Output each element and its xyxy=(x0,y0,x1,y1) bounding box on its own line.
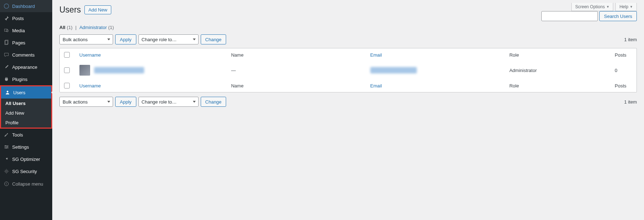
sidebar-label: Appearance xyxy=(12,64,37,70)
change-role-select-bottom[interactable]: Change role to… xyxy=(138,97,199,107)
sidebar-users-highlight: Users xyxy=(0,85,52,99)
col-name: Name xyxy=(228,48,367,61)
sidebar-item-sg-security[interactable]: SG Security xyxy=(0,165,52,177)
sidebar-item-tools[interactable]: Tools xyxy=(0,129,52,141)
svg-point-10 xyxy=(4,182,8,186)
change-button[interactable]: Change xyxy=(201,34,226,44)
pin-icon xyxy=(3,15,10,22)
comment-icon xyxy=(3,51,10,58)
sidebar-item-plugins[interactable]: Plugins xyxy=(0,73,52,85)
sidebar-item-settings[interactable]: Settings xyxy=(0,141,52,153)
submenu-add-new[interactable]: Add New xyxy=(1,108,51,118)
sliders-icon xyxy=(3,143,10,150)
admin-sidebar: Dashboard Posts Media Pages Comments App… xyxy=(0,0,52,220)
sidebar-item-appearance[interactable]: Appearance xyxy=(0,61,52,73)
search-users-input[interactable] xyxy=(541,11,598,21)
email-redacted[interactable] xyxy=(370,67,417,73)
svg-point-5 xyxy=(7,91,9,92)
chevron-down-icon: ▼ xyxy=(630,5,633,9)
apply-button[interactable]: Apply xyxy=(115,34,136,44)
username-redacted[interactable] xyxy=(94,67,144,73)
svg-point-6 xyxy=(5,145,6,146)
filter-all[interactable]: All xyxy=(59,25,65,30)
collapse-icon xyxy=(3,180,10,187)
sidebar-submenu-users: All Users Add New Profile xyxy=(0,99,52,129)
screen-options-button[interactable]: Screen Options ▼ xyxy=(571,3,614,11)
users-table: Username Name Email Role Posts — Admin xyxy=(59,48,637,92)
sidebar-item-posts[interactable]: Posts xyxy=(0,12,52,24)
chevron-down-icon: ▼ xyxy=(606,5,609,9)
sidebar-label: Media xyxy=(12,28,25,33)
wrench-icon xyxy=(3,131,10,138)
col-username-footer[interactable]: Username xyxy=(76,79,228,92)
col-posts: Posts xyxy=(611,48,636,61)
user-icon xyxy=(4,89,11,96)
col-name-footer: Name xyxy=(228,79,367,92)
user-posts-cell: 0 xyxy=(611,61,636,79)
search-users-button[interactable]: Search Users xyxy=(599,11,637,21)
page-icon xyxy=(3,39,10,46)
user-name-cell: — xyxy=(228,61,367,79)
item-count-bottom: 1 item xyxy=(624,99,637,105)
filter-administrator[interactable]: Administrator xyxy=(79,25,107,30)
change-button-bottom[interactable]: Change xyxy=(201,97,226,107)
select-all-checkbox[interactable] xyxy=(64,52,70,58)
main-content: Screen Options ▼ Help ▼ Users Add New Se… xyxy=(52,0,644,220)
sidebar-label: Users xyxy=(13,90,25,95)
dashboard-icon xyxy=(3,3,10,10)
svg-rect-1 xyxy=(4,29,7,31)
sidebar-label: Settings xyxy=(12,144,29,150)
col-email[interactable]: Email xyxy=(367,48,506,61)
sidebar-label: Plugins xyxy=(12,77,28,82)
col-role-footer: Role xyxy=(506,79,611,92)
user-role-cell: Administrator xyxy=(506,61,611,79)
sidebar-item-media[interactable]: Media xyxy=(0,24,52,37)
change-role-select[interactable]: Change role to… xyxy=(138,34,199,44)
col-posts-footer: Posts xyxy=(611,79,636,92)
bulk-actions-select-bottom[interactable]: Bulk actions xyxy=(59,97,113,107)
item-count: 1 item xyxy=(624,37,637,42)
media-icon xyxy=(3,27,10,34)
svg-point-7 xyxy=(7,147,8,147)
col-role: Role xyxy=(506,48,611,61)
bulk-actions-select[interactable]: Bulk actions xyxy=(59,34,113,44)
add-new-button[interactable]: Add New xyxy=(84,5,111,14)
filter-admin-count: (1) xyxy=(108,25,114,30)
sidebar-label: SG Optimizer xyxy=(12,157,40,162)
rocket-icon xyxy=(3,156,10,163)
sidebar-label: Pages xyxy=(12,40,25,46)
sidebar-label: SG Security xyxy=(12,169,37,174)
filter-links: All (1) | Administrator (1) xyxy=(59,25,637,30)
sidebar-label: Tools xyxy=(12,132,23,138)
col-username[interactable]: Username xyxy=(76,48,228,61)
screen-options-label: Screen Options xyxy=(575,4,605,9)
table-row: — Administrator 0 xyxy=(60,61,636,79)
svg-point-8 xyxy=(6,148,6,148)
brush-icon xyxy=(3,63,10,71)
sidebar-label: Dashboard xyxy=(12,4,35,9)
select-all-checkbox-footer[interactable] xyxy=(64,83,70,89)
sidebar-item-sg-optimizer[interactable]: SG Optimizer xyxy=(0,153,52,165)
sidebar-item-users[interactable]: Users xyxy=(1,86,51,99)
col-email-footer[interactable]: Email xyxy=(367,79,506,92)
page-title: Users xyxy=(59,5,81,15)
avatar xyxy=(79,65,90,76)
submenu-profile[interactable]: Profile xyxy=(1,118,51,128)
collapse-label: Collapse menu xyxy=(12,181,43,187)
sidebar-item-dashboard[interactable]: Dashboard xyxy=(0,0,52,12)
submenu-all-users[interactable]: All Users xyxy=(1,99,51,108)
gear-icon xyxy=(3,168,10,175)
plug-icon xyxy=(3,76,10,83)
filter-separator: | xyxy=(74,25,78,30)
filter-all-count: (1) xyxy=(67,25,73,30)
sidebar-label: Comments xyxy=(12,52,35,58)
sidebar-item-pages[interactable]: Pages xyxy=(0,37,52,49)
sidebar-item-comments[interactable]: Comments xyxy=(0,49,52,61)
apply-button-bottom[interactable]: Apply xyxy=(115,97,136,107)
help-label: Help xyxy=(619,4,628,9)
row-checkbox[interactable] xyxy=(64,67,70,73)
collapse-menu-button[interactable]: Collapse menu xyxy=(0,177,52,190)
help-button[interactable]: Help ▼ xyxy=(615,3,637,11)
sidebar-label: Posts xyxy=(12,16,24,21)
svg-point-9 xyxy=(6,171,8,172)
